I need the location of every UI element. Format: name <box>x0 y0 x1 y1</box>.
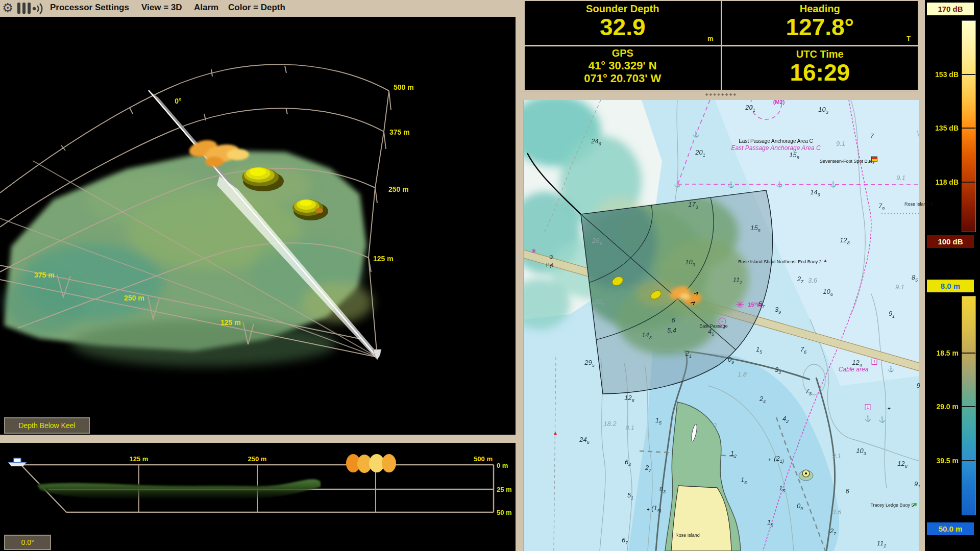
gear-icon[interactable]: ⚙ <box>2 1 13 15</box>
splitter-grip: ++++++++ <box>705 92 738 97</box>
sonar-3d-view[interactable] <box>0 17 516 435</box>
vertical-splitter[interactable] <box>516 0 524 551</box>
heading-unit: T <box>906 35 911 42</box>
profile-depth-0: 0 m <box>497 462 508 469</box>
sounder-depth-unit: m <box>707 35 714 42</box>
depth-scale-top: 8.0 m <box>927 280 974 292</box>
depth-scale-bottom: 50.0 m <box>927 522 974 535</box>
nautical-chart[interactable] <box>524 100 924 551</box>
profile-range-250: 250 m <box>248 455 267 463</box>
depth-below-keel-button[interactable]: Depth Below Keel <box>4 417 90 434</box>
seafloor-surface-3d <box>4 151 373 366</box>
profile-seafloor <box>37 479 321 501</box>
menu-color-mode[interactable]: Color = Depth <box>228 3 285 13</box>
profile-depth-25: 25 m <box>497 486 512 493</box>
gps-label: GPS <box>525 47 721 59</box>
ownship-marker-profile <box>8 458 27 466</box>
sound-icon[interactable] <box>32 3 45 14</box>
sonar-application-window: ⚙ Processor Settings View = 3D Alarm Col… <box>0 0 980 551</box>
profile-range-500: 500 m <box>474 455 493 463</box>
chart-graphics <box>524 100 924 551</box>
profile-depth-50: 50 m <box>497 509 512 516</box>
menu-bar: ⚙ Processor Settings View = 3D Alarm Col… <box>0 0 516 17</box>
heading-label: Heading <box>722 3 918 15</box>
panel-splitter[interactable]: ++++++++ <box>524 91 919 101</box>
profile-view[interactable]: 125 m 250 m 375 m 500 m 0 m 25 m 50 m <box>0 443 516 551</box>
horizontal-splitter[interactable] <box>0 435 516 443</box>
sounder-depth-value: 32.9 <box>525 15 721 39</box>
gps-latitude: 41° 30.329' N <box>525 59 721 72</box>
profile-range-125: 125 m <box>130 455 149 463</box>
heading-cell: Heading 127.8° T <box>722 1 918 45</box>
db-scale-gradient <box>962 20 976 232</box>
instrument-panel: Sounder Depth 32.9 m Heading 127.8° T GP… <box>524 0 919 91</box>
ownship-marker-3d <box>373 349 381 360</box>
heading-value: 127.8° <box>722 15 918 39</box>
utc-time-cell: UTC Time 16:29 <box>722 46 918 90</box>
depth-scale-gradient <box>962 296 976 515</box>
utc-time-label: UTC Time <box>722 48 918 60</box>
gps-cell: GPS 41° 30.329' N 071° 20.703' W <box>525 46 721 90</box>
gps-longitude: 071° 20.703' W <box>525 72 721 85</box>
db-scale-min: 100 dB <box>927 235 974 248</box>
sounder-depth-cell: Sounder Depth 32.9 m <box>525 1 721 45</box>
menu-alarm[interactable]: Alarm <box>194 3 218 13</box>
sounder-depth-label: Sounder Depth <box>525 3 721 15</box>
profile-angle-button[interactable]: 0.0° <box>4 535 51 550</box>
bars-icon[interactable] <box>17 3 31 14</box>
menu-view-mode[interactable]: View = 3D <box>141 3 182 13</box>
db-scale-max: 170 dB <box>927 3 974 15</box>
utc-time-value: 16:29 <box>722 60 918 85</box>
right-splitter[interactable] <box>919 0 925 551</box>
menu-processor-settings[interactable]: Processor Settings <box>50 3 129 13</box>
